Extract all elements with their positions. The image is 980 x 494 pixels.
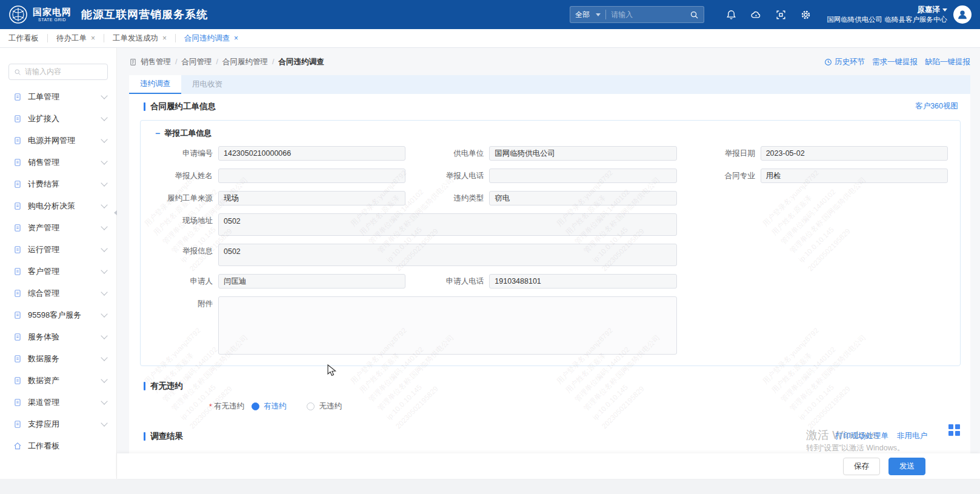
applicant-phone-input[interactable] [489,274,676,289]
field-report-info: 举报信息 0502 [144,244,677,266]
app-window: 国家电网 STATE GRID 能源互联网营销服务系统 全部 请输入 [0,0,980,494]
brand-logo: 国家电网 STATE GRID 能源互联网营销服务系统 [0,5,208,24]
avatar[interactable] [953,5,972,24]
supply-org-input[interactable] [489,146,676,161]
radio-no-violation[interactable]: 无违约 [307,401,342,412]
sidebar-item[interactable]: 渠道管理 [0,392,116,413]
has-violation-field: * 有无违约 有违约 无违约 [209,401,970,412]
cloud-icon[interactable] [750,9,762,21]
doc-icon [13,355,22,363]
nav-tab-workboard[interactable]: 工作看板 [0,29,47,47]
bell-icon[interactable] [725,9,737,21]
site-address-textarea[interactable]: 0502 [218,213,677,236]
sidebar-item[interactable]: 数据服务 [0,348,116,370]
sidebar-item[interactable]: 计费结算 [0,173,116,195]
radio-has-violation[interactable]: 有违约 [252,401,287,412]
content-card: 客户360视图 合同履约工单信息 − 举报工单信息 申请编号 供电单位 [129,94,970,453]
user-block[interactable]: 原嘉泽 国网临猗供电公司 临猗县客户服务中心 [827,5,947,24]
reporter-name-input[interactable] [218,169,405,183]
radio-unselected-icon[interactable] [307,402,315,410]
chevron-down-icon [101,267,107,273]
sidebar-item[interactable]: 客户管理 [0,261,116,282]
contract-major-input[interactable] [761,169,948,183]
home-icon [13,442,22,450]
search-input[interactable]: 请输入 [611,10,690,20]
doc-icon [13,245,22,254]
non-power-user-link[interactable]: 非用电户 [897,431,927,441]
clock-icon [824,58,832,66]
sidebar-search-input[interactable]: 请输入内容 [8,64,108,80]
subsection-report-order[interactable]: − 举报工单信息 [155,128,948,139]
violation-type-input[interactable] [489,191,676,205]
send-button[interactable]: 发送 [888,458,925,475]
sidebar-item[interactable]: 运行管理 [0,239,116,261]
apply-no-input[interactable] [218,146,405,161]
state-grid-emblem-icon [8,5,28,24]
logo-en: STATE GRID [33,18,72,22]
sidebar-item-workboard[interactable]: 工作看板 [0,435,116,457]
reporter-phone-input[interactable] [489,169,676,183]
doc-icon [13,267,22,276]
gear-icon[interactable] [800,9,812,21]
doc-icon [13,224,22,232]
history-link[interactable]: 历史环节 [824,57,865,67]
breadcrumb-item[interactable]: 销售管理 [141,57,171,67]
chevron-down-icon [101,419,107,426]
fullscreen-icon[interactable] [775,9,787,21]
sidebar-item[interactable]: 工单管理 [0,86,116,108]
sidebar-item[interactable]: 服务体验 [0,326,116,348]
app-title: 能源互联网营销服务系统 [81,7,208,22]
content-tabstrip: 违约调查 用电收资 [129,75,970,94]
radio-selected-icon[interactable] [252,402,259,410]
order-source-input[interactable] [218,191,405,205]
global-search[interactable]: 全部 请输入 [570,6,704,23]
field-order-source: 履约工单来源 [144,191,405,205]
field-reporter-phone: 举报人电话 [415,169,676,183]
demand-report-link[interactable]: 需求一键提报 [872,57,918,67]
tab-power-collection[interactable]: 用电收资 [181,75,233,94]
sidebar-item[interactable]: 综合管理 [0,282,116,304]
sidebar-item[interactable]: 电源并网管理 [0,130,116,152]
field-violation-type: 违约类型 [415,191,676,205]
sidebar-item[interactable]: 数据资产 [0,370,116,392]
sidebar-item[interactable]: 销售管理 [0,152,116,173]
apps-grid-icon[interactable] [948,424,960,436]
print-site-order-link[interactable]: 打印现场处理单 [836,431,889,441]
customer-360-link[interactable]: 客户360视图 [915,101,958,112]
doc-icon [13,311,22,319]
report-info-textarea[interactable]: 0502 [218,244,677,266]
chevron-down-icon [101,136,107,142]
breadcrumb-item[interactable]: 合同管理 [181,57,212,67]
doc-icon [13,202,22,210]
section-title-order-info: 合同履约工单信息 [144,101,970,112]
sidebar-item[interactable]: 业扩接入 [0,108,116,130]
chevron-down-icon [101,114,107,121]
sidebar-item[interactable]: 支撑应用 [0,413,116,435]
nav-tab-todo[interactable]: 待办工单× [48,29,104,47]
collapse-minus-icon[interactable]: − [155,129,160,138]
sidebar-menu: 工单管理业扩接入电源并网管理销售管理计费结算购电分析决策资产管理运行管理客户管理… [0,86,116,435]
tab-violation-survey[interactable]: 违约调查 [129,75,181,94]
sidebar-item[interactable]: 95598客户服务 [0,304,116,326]
doc-icon [13,333,22,341]
breadcrumb: 销售管理 / 合同管理 / 合同履约管理 / 合同违约调查 历史环节 需求一键提… [129,56,970,67]
close-icon[interactable]: × [234,34,238,42]
breadcrumb-item[interactable]: 合同履约管理 [222,57,268,67]
search-icon [14,68,21,76]
attachment-area[interactable] [218,296,677,355]
defect-report-link[interactable]: 缺陷一键提报 [925,57,970,67]
sidebar-item[interactable]: 资产管理 [0,217,116,239]
report-date-input[interactable] [761,146,948,161]
search-icon[interactable] [690,10,699,19]
user-name: 原嘉泽 [918,5,941,14]
doc-icon [13,398,22,407]
save-button[interactable]: 保存 [843,458,880,475]
nav-tab-sent[interactable]: 工单发送成功× [104,29,175,47]
nav-tab-violation-survey[interactable]: 合同违约调查× [176,29,247,47]
search-scope-select[interactable]: 全部 [575,10,590,20]
sidebar-item[interactable]: 购电分析决策 [0,195,116,217]
chevron-down-icon [101,245,107,252]
close-icon[interactable]: × [162,34,167,42]
applicant-input[interactable] [218,274,405,289]
close-icon[interactable]: × [91,34,95,42]
